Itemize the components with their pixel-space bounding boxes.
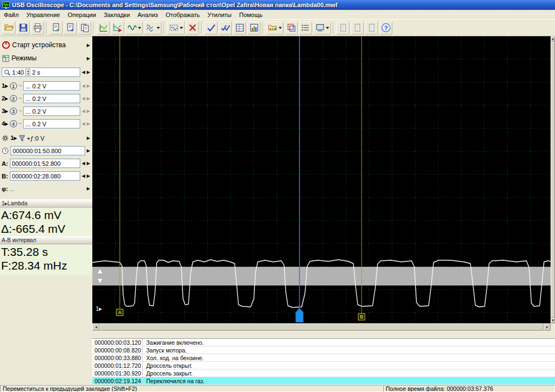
cursor-a-nav-arrows[interactable]: ◀▶ — [82, 161, 91, 166]
event-time: 000000:00:03.120 — [92, 339, 143, 346]
vertical-scroll-thumb[interactable] — [551, 42, 555, 318]
interval-panel-header[interactable]: A-B интервал — [0, 236, 92, 244]
zoom-select-button[interactable] — [167, 21, 185, 35]
export-view-button[interactable] — [313, 21, 331, 35]
menu-item-bookmarks[interactable]: Закладки — [100, 10, 134, 19]
cursor-b-nav-arrows[interactable]: ◀▶ — [82, 173, 91, 178]
save-file-button[interactable] — [16, 21, 30, 35]
floppy-icon — [19, 23, 28, 32]
event-time: 000000:01:12.720 — [92, 362, 143, 369]
marks-grid-button[interactable] — [233, 21, 246, 35]
scope-run-button[interactable] — [111, 21, 124, 35]
verify-one-button[interactable] — [204, 21, 218, 35]
channel-2-nav-arrows[interactable]: ◀▶ — [82, 96, 91, 101]
signal-list-button[interactable] — [299, 21, 312, 35]
oscilloscope-display[interactable]: A B 1▸ — [92, 36, 551, 323]
channel-3-range-field[interactable]: ... 0.2 V — [23, 107, 80, 116]
channel-4-range-field[interactable]: ... 0.2 V — [23, 119, 80, 128]
menu-item-file[interactable]: Файл — [0, 10, 23, 19]
menu-item-utilities[interactable]: Утилиты — [204, 10, 236, 19]
channel-1-range-field[interactable]: ... 0.2 V — [23, 81, 80, 91]
bookmark-event-list[interactable]: 000000:00:03.120 Зажигание включено. 000… — [92, 338, 555, 384]
event-row[interactable]: 000000:01:12.720 Дроссель открыт. — [92, 362, 555, 369]
trigger-channel-prefix: 1▸ — [10, 135, 17, 142]
cursor-a-row[interactable]: A: 000000:01:52.800 ◀▶ — [0, 157, 92, 170]
help-button[interactable]: ? — [379, 21, 392, 35]
menu-item-analysis[interactable]: Анализ — [134, 10, 162, 19]
channel-1-nav-arrows[interactable]: ◀▶ — [82, 83, 91, 88]
menu-item-help[interactable]: Помощь — [235, 10, 267, 19]
page-copy-3-button[interactable] — [365, 21, 378, 35]
zoom-field[interactable]: 1:40 ▲ ▼ 2 s — [2, 68, 80, 77]
scope-vertical-scrollbar[interactable] — [551, 36, 555, 323]
event-row[interactable]: 000000:00:33.880 Хол. ход. на бензине. — [92, 354, 555, 362]
cursor-b-flag[interactable]: B — [358, 313, 365, 320]
cursor-b-field[interactable]: 000000:02:28.080 — [10, 171, 80, 181]
cursor-a-field[interactable]: 000000:01:52.800 — [10, 159, 80, 168]
channel-2-range-field[interactable]: ... 0.2 V — [23, 94, 80, 103]
waveform-play-icon — [113, 23, 123, 32]
cursor-b-flag-label: B — [360, 314, 363, 320]
open-file-button[interactable] — [2, 21, 15, 35]
toolbar-separator — [333, 22, 334, 34]
cursor-b-value: 000000:02:28.080 — [12, 173, 61, 180]
time-div-spinner[interactable]: ▲ ▼ — [25, 69, 30, 76]
event-row[interactable]: 000000:01:30.920 Дроссель закрыт. — [92, 369, 555, 377]
copy-data-button[interactable] — [64, 21, 77, 35]
event-row-selected[interactable]: 000000:02:19.124 Переключился на газ. — [92, 377, 555, 385]
channel-4-row[interactable]: 4▸ 4 ~ ... 0.2 V ◀▶ — [0, 117, 92, 130]
current-time-row[interactable]: 000000:01:50.800 ▶ — [0, 144, 92, 157]
menu-item-operations[interactable]: Операции — [64, 10, 99, 19]
bookmarks-folder-button[interactable] — [266, 21, 284, 35]
horizontal-scroll-thumb[interactable] — [99, 323, 543, 331]
channel-3-nav-arrows[interactable]: ◀▶ — [82, 109, 91, 114]
event-row[interactable]: 000000:00:03.120 Зажигание включено. — [92, 339, 555, 346]
current-time-field[interactable]: 000000:01:50.800 — [10, 146, 85, 155]
probe-icon: ~ — [19, 108, 22, 114]
channel-4-prefix: 4▸ — [2, 120, 8, 127]
chevron-right-icon: ▶ — [87, 186, 91, 191]
copy-image-button[interactable] — [49, 21, 63, 35]
compare-signals-button[interactable] — [285, 21, 298, 35]
channel-2-row[interactable]: 2▸ 2 ~ ... 0.2 V ◀▶ — [0, 92, 92, 105]
cursor-a-flag[interactable]: A — [116, 309, 123, 316]
channel-4-range-value: ... 0.2 V — [25, 121, 46, 127]
spin-down-icon[interactable]: ▼ — [26, 72, 29, 75]
phase-row[interactable]: φ: ... ▶ — [0, 182, 92, 195]
event-row[interactable]: 000000:00:08.820 Запуск мотора. — [92, 346, 555, 354]
delete-marks-button[interactable] — [186, 21, 199, 35]
scroll-down-button[interactable] — [551, 318, 555, 323]
copy-frames-button[interactable] — [78, 21, 91, 35]
zoom-nav-arrows[interactable]: ◀▶ — [82, 70, 91, 75]
lambda-panel-header[interactable]: 1▸Lambda — [0, 199, 92, 208]
menu-item-control[interactable]: Управление — [23, 10, 64, 19]
page-copy-1-button[interactable] — [336, 21, 349, 35]
page-icon — [353, 23, 362, 32]
channel-4-nav-arrows[interactable]: ◀▶ — [82, 121, 91, 126]
modes-label: Режимы — [12, 54, 37, 62]
scope-horizontal-scrollbar[interactable] — [92, 323, 555, 331]
scroll-left-button[interactable] — [92, 323, 99, 331]
channel-3-row[interactable]: 3▸ 3 ~ ... 0.2 V ◀▶ — [0, 105, 92, 117]
scroll-up-button[interactable] — [551, 36, 555, 42]
modes-button[interactable]: Режимы ▶ — [0, 52, 92, 65]
scroll-right-button[interactable] — [543, 323, 551, 331]
cursor-b-row[interactable]: B: 000000:02:28.080 ◀▶ — [0, 170, 92, 182]
page-copy-2-button[interactable] — [351, 21, 364, 35]
trigger-row[interactable]: 1▸ +ƒ:0 V ▶ — [0, 132, 92, 144]
channel-1-row[interactable]: 1▸ 1 ~ ... 0.2 V ◀▶ — [0, 80, 92, 92]
event-text: Переключился на газ. — [143, 378, 204, 384]
print-button[interactable] — [31, 21, 44, 35]
signal-mode-button[interactable] — [125, 21, 143, 35]
waveform-icon — [99, 23, 108, 32]
verify-two-button[interactable] — [219, 21, 232, 35]
marks-chart-button[interactable] — [247, 21, 260, 35]
start-device-button[interactable]: Старт устройства ▶ — [0, 38, 92, 52]
math-mode-button[interactable] — [144, 21, 162, 35]
help-icon: ? — [381, 23, 391, 32]
vertical-scroll-track[interactable] — [551, 42, 555, 318]
copy-page-icon — [52, 23, 61, 32]
title-bar[interactable]: USB Oscilloscope - C:\Documents and Sett… — [0, 0, 555, 10]
scope-view-button[interactable] — [97, 21, 110, 35]
menu-item-display[interactable]: Отображать — [162, 10, 203, 19]
